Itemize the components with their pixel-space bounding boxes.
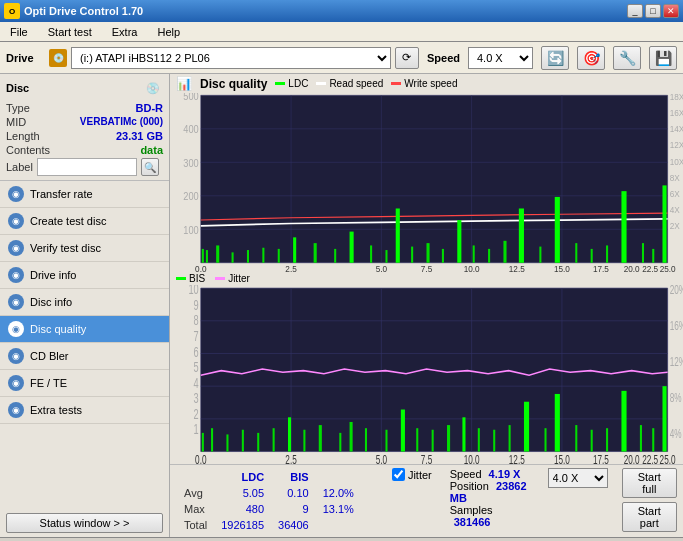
svg-text:20.0: 20.0 bbox=[624, 264, 640, 272]
speed-value: 4.19 X bbox=[489, 468, 521, 480]
stat-max-ldc: 480 bbox=[215, 502, 270, 516]
nav-items: ◉ Transfer rate ◉ Create test disc ◉ Ver… bbox=[0, 181, 169, 424]
start-part-button[interactable]: Start part bbox=[622, 502, 677, 532]
chart-title: Disc quality bbox=[200, 77, 267, 91]
svg-rect-104 bbox=[544, 428, 546, 451]
legend-bis-label: BIS bbox=[189, 273, 205, 284]
svg-rect-110 bbox=[640, 425, 642, 451]
drive-bar: Drive 💿 (i:) ATAPI iHBS112 2 PL06 ⟳ Spee… bbox=[0, 42, 683, 74]
chart-header: 📊 Disc quality LDC Read speed Write spee… bbox=[170, 74, 683, 93]
svg-text:1: 1 bbox=[194, 421, 199, 438]
svg-text:8X: 8X bbox=[670, 172, 680, 183]
nav-drive-info[interactable]: ◉ Drive info bbox=[0, 262, 169, 289]
svg-text:10.0: 10.0 bbox=[464, 452, 480, 464]
svg-text:17.5: 17.5 bbox=[593, 452, 609, 464]
svg-rect-94 bbox=[385, 430, 387, 452]
svg-text:4X: 4X bbox=[670, 205, 680, 216]
toolbar-btn-4[interactable]: 💾 bbox=[649, 46, 677, 70]
toolbar-btn-1[interactable]: 🔄 bbox=[541, 46, 569, 70]
svg-rect-38 bbox=[591, 249, 593, 263]
svg-rect-27 bbox=[411, 247, 413, 263]
nav-disc-info[interactable]: ◉ Disc info bbox=[0, 289, 169, 316]
nav-icon-verify-test-disc: ◉ bbox=[8, 240, 24, 256]
speed-select[interactable]: 4.0 X bbox=[548, 468, 608, 488]
disc-section-title: Disc bbox=[6, 82, 29, 94]
nav-disc-quality[interactable]: ◉ Disc quality bbox=[0, 316, 169, 343]
svg-rect-89 bbox=[303, 430, 305, 452]
nav-fe-te[interactable]: ◉ FE / TE bbox=[0, 370, 169, 397]
svg-rect-41 bbox=[642, 243, 644, 263]
svg-rect-25 bbox=[385, 250, 387, 263]
svg-text:22.5: 22.5 bbox=[642, 264, 658, 272]
svg-rect-84 bbox=[226, 434, 228, 451]
jitter-checkbox[interactable] bbox=[392, 468, 405, 481]
svg-text:4%: 4% bbox=[670, 426, 682, 440]
jitter-checkbox-wrap: Jitter bbox=[392, 468, 432, 481]
jitter-check-label[interactable]: Jitter bbox=[392, 468, 432, 481]
svg-text:22.5: 22.5 bbox=[642, 452, 658, 464]
svg-text:16X: 16X bbox=[670, 108, 683, 119]
svg-rect-101 bbox=[493, 430, 495, 452]
stat-avg-bis: 0.10 bbox=[272, 486, 315, 500]
nav-icon-create-test-disc: ◉ bbox=[8, 213, 24, 229]
menu-file[interactable]: File bbox=[4, 25, 34, 39]
speed-dropdown-wrap: 4.0 X bbox=[548, 468, 608, 488]
svg-rect-39 bbox=[606, 245, 608, 262]
nav-transfer-rate[interactable]: ◉ Transfer rate bbox=[0, 181, 169, 208]
svg-text:12.5: 12.5 bbox=[509, 264, 525, 272]
svg-text:2: 2 bbox=[194, 406, 199, 423]
svg-text:10.0: 10.0 bbox=[464, 264, 480, 272]
menu-start-test[interactable]: Start test bbox=[42, 25, 98, 39]
svg-rect-30 bbox=[457, 220, 461, 263]
svg-rect-43 bbox=[662, 185, 666, 262]
menu-bar: File Start test Extra Help bbox=[0, 22, 683, 42]
svg-rect-90 bbox=[319, 425, 322, 451]
svg-text:100: 100 bbox=[183, 224, 199, 236]
svg-rect-35 bbox=[539, 247, 541, 263]
disc-label-icon[interactable]: 🔍 bbox=[141, 158, 159, 176]
left-panel: Disc 💿 Type BD-R MID VERBATIMc (000) Len… bbox=[0, 74, 170, 537]
svg-rect-86 bbox=[257, 433, 259, 452]
app-icon: O bbox=[4, 3, 20, 19]
start-full-button[interactable]: Start full bbox=[622, 468, 677, 498]
drive-dropdown[interactable]: (i:) ATAPI iHBS112 2 PL06 bbox=[71, 47, 391, 69]
maximize-button[interactable]: □ bbox=[645, 4, 661, 18]
nav-cd-bler[interactable]: ◉ CD Bler bbox=[0, 343, 169, 370]
svg-text:16%: 16% bbox=[670, 318, 683, 332]
disc-contents-label: Contents bbox=[6, 144, 50, 156]
stat-avg-label: Avg bbox=[178, 486, 213, 500]
svg-text:2.5: 2.5 bbox=[285, 264, 297, 272]
disc-length-label: Length bbox=[6, 130, 40, 142]
chart2-svg: 10 9 8 7 6 5 4 3 2 1 20% 16% 12% 8% 4% bbox=[170, 285, 683, 464]
drive-refresh-button[interactable]: ⟳ bbox=[395, 47, 419, 69]
svg-text:3: 3 bbox=[194, 390, 199, 407]
nav-verify-test-disc[interactable]: ◉ Verify test disc bbox=[0, 235, 169, 262]
disc-mid-label: MID bbox=[6, 116, 26, 128]
disc-mid-value: VERBATIMc (000) bbox=[80, 116, 163, 128]
menu-help[interactable]: Help bbox=[151, 25, 186, 39]
app-title: Opti Drive Control 1.70 bbox=[24, 5, 143, 17]
legend-read-dot bbox=[316, 82, 326, 85]
stats-table: LDC BIS Avg 5.05 0.10 12.0% Max 480 bbox=[176, 468, 376, 534]
disc-label-input[interactable] bbox=[37, 158, 137, 176]
toolbar-btn-3[interactable]: 🔧 bbox=[613, 46, 641, 70]
svg-rect-21 bbox=[314, 243, 317, 263]
close-button[interactable]: ✕ bbox=[663, 4, 679, 18]
title-bar: O Opti Drive Control 1.70 _ □ ✕ bbox=[0, 0, 683, 22]
status-window-button[interactable]: Status window > > bbox=[6, 513, 163, 533]
svg-text:20%: 20% bbox=[670, 285, 683, 297]
svg-rect-111 bbox=[652, 428, 654, 451]
chart1-svg: 500 400 300 200 100 18X 16X 14X 12X 10X … bbox=[170, 93, 683, 272]
nav-create-test-disc[interactable]: ◉ Create test disc bbox=[0, 208, 169, 235]
speed-dropdown[interactable]: 4.0 X bbox=[468, 47, 533, 69]
minimize-button[interactable]: _ bbox=[627, 4, 643, 18]
svg-text:7.5: 7.5 bbox=[421, 452, 433, 464]
svg-rect-37 bbox=[575, 243, 577, 263]
stat-total-label: Total bbox=[178, 518, 213, 532]
charts-container: 500 400 300 200 100 18X 16X 14X 12X 10X … bbox=[170, 93, 683, 537]
menu-extra[interactable]: Extra bbox=[106, 25, 144, 39]
svg-text:25.0: 25.0 bbox=[660, 264, 676, 272]
nav-extra-tests[interactable]: ◉ Extra tests bbox=[0, 397, 169, 424]
toolbar-btn-2[interactable]: 🎯 bbox=[577, 46, 605, 70]
svg-rect-40 bbox=[621, 191, 626, 263]
